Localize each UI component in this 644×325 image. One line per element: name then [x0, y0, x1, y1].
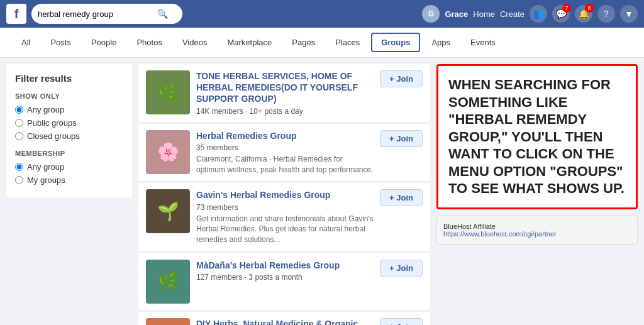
- callout-box: WHEN SEARCHING FOR SOMETHING LIKE "HERBA…: [436, 64, 638, 209]
- show-only-label: SHOW ONLY: [15, 92, 123, 100]
- help-icon[interactable]: ?: [597, 5, 615, 23]
- sidebar-title: Filter results: [15, 73, 123, 84]
- right-column: WHEN SEARCHING FOR SOMETHING LIKE "HERBA…: [436, 64, 638, 325]
- result-meta: 14K members · 10+ posts a day: [196, 107, 374, 116]
- filter-closed-groups[interactable]: Closed groups: [15, 131, 123, 141]
- main-layout: Filter results SHOW ONLY Any group Publi…: [0, 58, 644, 325]
- secondary-navigation: All Posts People Photos Videos Marketpla…: [0, 28, 644, 58]
- result-card: 🌸 Herbal Remedies Group 35 members Clare…: [138, 124, 430, 182]
- result-thumbnail: 🌸: [146, 130, 190, 174]
- result-info: TONE HERBAL SERVICES, HOME OF HERBAL REM…: [196, 70, 374, 116]
- notifications-badge: 8: [585, 4, 594, 13]
- result-name[interactable]: Herbal Remedies Group: [196, 130, 374, 141]
- dropdown-icon[interactable]: ▼: [620, 5, 638, 23]
- result-meta: 35 members: [196, 143, 374, 152]
- result-name[interactable]: TONE HERBAL SERVICES, HOME OF HERBAL REM…: [196, 70, 374, 105]
- nav-user-section: G Grace Home Create 👥 💬 7 🔔 8 ? ▼: [422, 5, 638, 23]
- join-button[interactable]: + Join: [380, 260, 423, 277]
- result-card: 🌿 MàDaña's Herbal Remedies Group 127 mem…: [138, 253, 430, 311]
- result-desc: Get information and share testimonials a…: [196, 214, 374, 245]
- affiliate-link[interactable]: https://www.bluehost.com/cgi/partner: [443, 230, 557, 238]
- search-button[interactable]: 🔍: [157, 9, 168, 19]
- tab-places[interactable]: Places: [326, 34, 369, 51]
- username-label: Grace: [445, 9, 468, 19]
- filter-public-groups[interactable]: Public groups: [15, 118, 123, 128]
- result-thumbnail: 🌱: [146, 189, 190, 233]
- result-name[interactable]: Gavin's Herbal Remedies Group: [196, 189, 374, 201]
- search-input[interactable]: [38, 9, 157, 19]
- filter-membership-any[interactable]: Any group: [15, 162, 123, 172]
- tab-photos[interactable]: Photos: [128, 34, 170, 51]
- tab-marketplace[interactable]: Marketplace: [218, 34, 280, 51]
- result-info: Gavin's Herbal Remedies Group 73 members…: [196, 189, 374, 245]
- join-button[interactable]: + Join: [380, 189, 423, 206]
- affiliate-label: BlueHost Affiliate: [443, 223, 631, 230]
- affiliate-box: BlueHost Affiliate https://www.bluehost.…: [436, 216, 638, 245]
- tab-apps[interactable]: Apps: [423, 34, 459, 51]
- tab-all[interactable]: All: [13, 34, 39, 51]
- tab-groups[interactable]: Groups: [371, 33, 420, 52]
- avatar: G: [422, 5, 440, 23]
- result-info: Herbal Remedies Group 35 members Claremo…: [196, 130, 374, 175]
- result-name[interactable]: DIY Herbs, Natural Medicine & Organic Sk…: [196, 318, 374, 325]
- filter-sidebar: Filter results SHOW ONLY Any group Publi…: [6, 64, 132, 197]
- result-thumbnail: 🌿: [146, 260, 190, 304]
- callout-text: WHEN SEARCHING FOR SOMETHING LIKE "HERBA…: [448, 76, 626, 197]
- messages-icon[interactable]: 💬 7: [552, 5, 570, 23]
- membership-label: MEMBERSHIP: [15, 150, 123, 157]
- result-thumbnail: 🌿: [146, 70, 190, 114]
- result-name[interactable]: MàDaña's Herbal Remedies Group: [196, 260, 374, 271]
- join-button[interactable]: + Join: [380, 130, 423, 147]
- filter-my-groups[interactable]: My groups: [15, 175, 123, 185]
- home-link[interactable]: Home: [473, 9, 495, 19]
- friends-icon[interactable]: 👥: [530, 5, 547, 23]
- tab-posts[interactable]: Posts: [42, 34, 80, 51]
- result-thumbnail: 🌺: [146, 318, 190, 325]
- tab-people[interactable]: People: [82, 34, 125, 51]
- result-meta: 127 members · 3 posts a month: [196, 273, 374, 282]
- result-meta: 73 members: [196, 203, 374, 212]
- result-card: 🌺 DIY Herbs, Natural Medicine & Organic …: [138, 312, 430, 325]
- notifications-icon[interactable]: 🔔 8: [575, 5, 592, 23]
- top-navigation: f 🔍 G Grace Home Create 👥 💬 7 🔔 8 ? ▼: [0, 0, 644, 28]
- result-card: 🌿 TONE HERBAL SERVICES, HOME OF HERBAL R…: [138, 64, 430, 123]
- join-button[interactable]: + Join: [380, 318, 423, 325]
- tab-videos[interactable]: Videos: [174, 34, 216, 51]
- tab-pages[interactable]: Pages: [283, 34, 324, 51]
- messages-badge: 7: [562, 4, 571, 13]
- tab-events[interactable]: Events: [462, 34, 504, 51]
- result-card: 🌱 Gavin's Herbal Remedies Group 73 membe…: [138, 183, 430, 252]
- result-info: MàDaña's Herbal Remedies Group 127 membe…: [196, 260, 374, 282]
- filter-any-group[interactable]: Any group: [15, 105, 123, 114]
- results-column: 🌿 TONE HERBAL SERVICES, HOME OF HERBAL R…: [138, 64, 430, 325]
- search-bar[interactable]: 🔍: [31, 4, 182, 24]
- result-desc: Claremont, California · Herbal Remedies …: [196, 154, 374, 175]
- create-link[interactable]: Create: [500, 9, 525, 19]
- facebook-logo: f: [6, 4, 26, 24]
- result-info: DIY Herbs, Natural Medicine & Organic Sk…: [196, 318, 374, 325]
- join-button[interactable]: + Join: [380, 70, 423, 87]
